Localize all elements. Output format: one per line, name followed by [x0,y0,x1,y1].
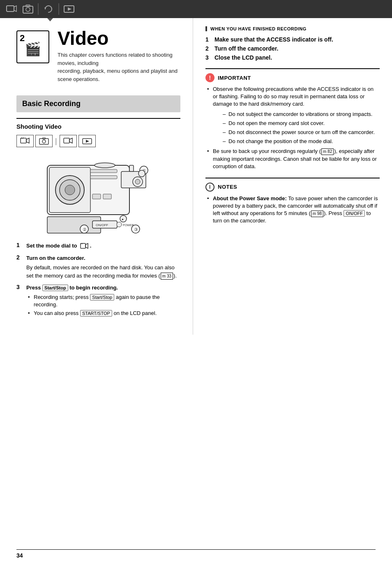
mode-icons-row: | [16,135,180,147]
notes-label: Notes [218,184,237,190]
step-1-num: 1 [16,242,25,248]
svg-point-44 [95,163,115,168]
chapter-img: 🎬 [25,41,41,57]
chapter-icon: 2 🎬 [16,30,49,63]
finishing-step-3: 3 Close the LCD panel. [205,54,380,61]
svg-rect-42 [90,169,117,173]
important-icon: ! [205,73,214,82]
notes-bold-text: About the Power Save mode: [213,195,287,201]
bullet1-btn: Start/Stop [90,294,114,301]
important-header: ! Important [205,73,380,82]
nav-divider-2 [58,3,59,15]
important-ref: m 82 [321,148,334,155]
svg-rect-45 [92,194,101,199]
svg-rect-12 [39,139,48,144]
finishing-step-3-num: 3 [205,54,214,61]
svg-rect-46 [103,194,111,199]
important-body-text: Observe the following precautions while … [213,86,374,107]
important-label: Important [218,75,251,81]
step-2-content: Turn on the camcorder. By default, movie… [26,254,180,280]
step-2-num: 2 [16,254,25,261]
top-nav [0,0,392,18]
step-3-bullet-1: Recording starts; press Start/Stop again… [28,294,180,308]
step-3-btn: Start/Stop [42,285,68,291]
important-dash-1: Do not subject the camcorder to vibratio… [223,111,380,118]
when-finished-header: When you have finished recording [205,26,380,31]
page-footer: 34 [16,549,376,559]
svg-text:POWER: POWER [123,224,134,227]
step-3: 3 Press Start/Stop to begin recording. R… [16,284,180,318]
important-dash-list: Do not subject the camcorder to vibratio… [218,111,380,146]
step-3-num: 3 [16,284,25,290]
chapter-number: 2 [20,33,25,44]
mode-icon-video [16,135,34,147]
svg-point-3 [26,7,30,12]
svg-rect-40 [129,165,134,171]
mode-icon-hd [60,135,77,147]
notes-box: i Notes About the Power Save mode: To sa… [205,178,380,225]
finishing-step-2-text: Turn off the camcorder. [214,45,278,52]
finishing-step-1-text: Make sure that the ACCESS indicator is o… [214,36,333,43]
finishing-step-2-num: 2 [205,45,214,52]
page-number: 34 [16,552,23,559]
nav-icon-play[interactable] [62,2,76,16]
svg-marker-5 [44,7,46,9]
mode-icon-sep-1: | [55,137,57,146]
svg-point-27 [135,179,140,184]
important-body: Observe the following precautions while … [207,86,380,145]
bullet1-text: Recording starts; press [34,294,89,300]
svg-point-32 [117,222,122,227]
finishing-steps: 1 Make sure that the ACCESS indicator is… [205,36,380,61]
finishing-step-2: 2 Turn off the camcorder. [205,45,380,52]
subsection-title: Shooting Video [16,123,180,130]
chapter-header: 2 🎬 Video This chapter covers functions … [16,26,180,83]
bullet2-end: on the LCD panel. [113,310,157,316]
shooting-steps: 1 Set the mode dial to . 2 Turn on the [16,242,180,318]
svg-point-13 [42,140,46,143]
finishing-step-1-num: 1 [205,36,214,43]
bullet2-btn: START/STOP [80,310,112,317]
svg-marker-7 [68,7,71,11]
bullet2-start: You can also press [34,310,78,316]
notes-btn: ON/OFF [344,210,365,217]
svg-text:②: ② [83,227,87,232]
step-1-content: Set the mode dial to . [26,242,91,250]
svg-marker-18 [86,140,89,143]
step-2: 2 Turn on the camcorder. By default, mov… [16,254,180,280]
notes-bullets: About the Power Save mode: To save power… [205,195,380,225]
chapter-description: This chapter covers functions related to… [58,51,180,83]
step-3-bullets: Recording starts; press Start/Stop again… [26,294,180,317]
step-2-title: Turn on the camcorder. [26,255,85,261]
right-column: When you have finished recording 1 Make … [193,18,392,335]
mode-icon-photo [35,135,53,147]
nav-icon-video[interactable] [4,2,19,16]
svg-rect-0 [7,6,14,12]
svg-rect-47 [81,243,85,248]
important-bullet-text: Be sure to back up your recordings regul… [213,148,321,154]
svg-rect-43 [90,176,117,179]
important-dash-4: Do not change the position of the mode d… [223,138,380,145]
nav-triangle-indicator [47,18,53,21]
svg-rect-8 [21,138,26,143]
svg-text:ON/OFF: ON/OFF [96,223,108,227]
nav-icon-rotate[interactable] [41,2,56,16]
step-2-ref: m 33 [161,273,173,280]
left-column: 2 🎬 Video This chapter covers functions … [0,18,193,335]
svg-text:③: ③ [134,227,138,232]
camcorder-illustration: ON/OFF ● POWER ① ② ③ [23,153,175,235]
notes-header: i Notes [205,183,380,192]
mode-icon-playback [78,135,96,147]
svg-marker-9 [26,138,29,143]
important-dash-2: Do not open the memory card slot cover. [223,120,380,127]
step-2-body: By default, movies are recorded on the h… [26,264,175,279]
step-3-content: Press Start/Stop to begin recording. Rec… [26,284,180,318]
svg-text:●: ● [122,218,124,221]
step-3-title: Press [26,285,41,291]
important-box: ! Important Observe the following precau… [205,68,380,170]
svg-marker-16 [69,138,72,143]
important-dash-3: Do not disconnect the power source or tu… [223,129,380,136]
nav-icon-camera[interactable] [21,2,35,16]
notes-body2: ). Press [324,210,342,216]
svg-point-41 [138,170,145,177]
nav-divider-1 [38,3,39,15]
